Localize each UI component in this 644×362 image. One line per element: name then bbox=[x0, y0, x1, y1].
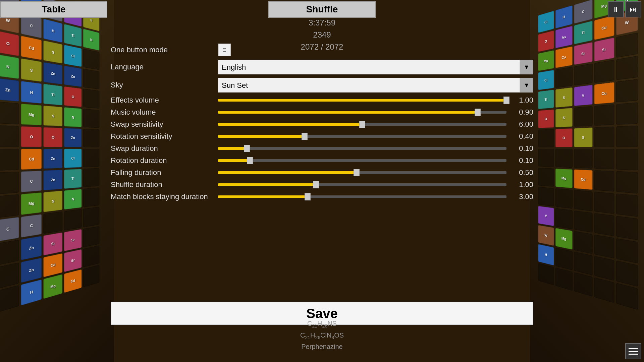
block-Tl: Tl bbox=[43, 84, 62, 106]
bg-left-panel: CHCVSWCHTlNOCdSClNSZnZnZnHTlOMgSNOOZnCdZ… bbox=[0, 0, 114, 362]
block-O: O bbox=[21, 126, 42, 147]
block-Tl: Tl bbox=[538, 89, 554, 109]
falling-duration-slider[interactable] bbox=[218, 169, 506, 177]
block-empty bbox=[538, 263, 554, 285]
block-empty bbox=[594, 235, 614, 258]
block-empty bbox=[616, 216, 638, 240]
music-volume-thumb[interactable] bbox=[475, 109, 481, 116]
falling-duration-thumb[interactable] bbox=[354, 169, 360, 176]
block-empty bbox=[616, 33, 638, 58]
music-volume-slider[interactable] bbox=[218, 108, 506, 116]
block-N: N bbox=[64, 107, 82, 127]
rotation-duration-row: Rotation duration 0.10 bbox=[111, 156, 533, 165]
rotation-sensitivity-slider[interactable] bbox=[218, 132, 506, 140]
block-empty bbox=[83, 245, 100, 267]
menu-icon bbox=[629, 348, 638, 355]
block-empty bbox=[83, 187, 100, 207]
block-empty bbox=[616, 171, 638, 194]
skip-button[interactable]: ⏭ bbox=[625, 1, 641, 17]
block-Mg: Mg bbox=[538, 50, 554, 71]
swap-duration-slider[interactable] bbox=[218, 144, 506, 153]
block-S: S bbox=[555, 87, 573, 108]
effects-volume-row: Effects volume 1.00 bbox=[111, 96, 533, 105]
effects-volume-thumb[interactable] bbox=[503, 97, 509, 104]
block-Zn: Zn bbox=[21, 258, 42, 283]
block-Cl: Cl bbox=[538, 70, 554, 90]
block-empty bbox=[594, 192, 614, 214]
music-volume-label: Music volume bbox=[111, 108, 218, 117]
shuffle-duration-value: 1.00 bbox=[506, 180, 533, 189]
block-empty bbox=[83, 168, 100, 187]
swap-sensitivity-fill bbox=[218, 123, 362, 126]
effects-volume-fill bbox=[218, 99, 506, 102]
rotation-duration-thumb[interactable] bbox=[247, 157, 253, 164]
block-empty bbox=[574, 272, 592, 297]
swap-duration-track bbox=[218, 147, 506, 150]
swap-sensitivity-thumb[interactable] bbox=[359, 121, 365, 128]
table-button[interactable]: Table bbox=[0, 1, 107, 18]
language-row: Language English Spanish French German ▼ bbox=[111, 60, 533, 74]
block-empty bbox=[538, 187, 554, 206]
block-empty bbox=[0, 172, 19, 194]
block-Cd: Cd bbox=[21, 36, 42, 60]
settings-panel: One button mode □ Language English Spani… bbox=[111, 44, 533, 204]
block-empty bbox=[574, 190, 592, 211]
match-blocks-slider[interactable] bbox=[218, 193, 506, 201]
effects-volume-slider[interactable] bbox=[218, 96, 506, 104]
block-Cu: Cu bbox=[594, 82, 614, 104]
music-volume-row: Music volume 0.90 bbox=[111, 108, 533, 117]
one-button-mode-label: One button mode bbox=[111, 46, 218, 54]
chemical-info: C21H26NS C21H26ClN3OS Perphenazine bbox=[300, 318, 344, 352]
block-Tl: Tl bbox=[574, 21, 592, 44]
one-button-mode-checkbox[interactable]: □ bbox=[218, 44, 231, 56]
swap-duration-row: Swap duration 0.10 bbox=[111, 144, 533, 153]
rotation-sensitivity-thumb[interactable] bbox=[302, 133, 308, 140]
block-empty bbox=[83, 89, 100, 109]
block-empty bbox=[594, 277, 614, 303]
block-empty bbox=[83, 69, 100, 89]
block-H: H bbox=[21, 81, 42, 104]
block-O: O bbox=[538, 109, 554, 128]
shuffle-duration-slider[interactable] bbox=[218, 181, 506, 189]
shuffle-duration-thumb[interactable] bbox=[313, 181, 319, 188]
block-Cd: Cd bbox=[43, 253, 62, 278]
pause-button[interactable]: ⏸ bbox=[608, 1, 624, 17]
shuffle-button[interactable]: Shuffle bbox=[268, 1, 376, 18]
one-button-mode-row: One button mode □ bbox=[111, 44, 533, 56]
swap-duration-thumb[interactable] bbox=[244, 145, 250, 152]
match-blocks-thumb[interactable] bbox=[305, 193, 311, 200]
block-empty bbox=[0, 102, 19, 124]
block-empty bbox=[574, 149, 592, 169]
music-volume-fill bbox=[218, 111, 478, 114]
rotation-sensitivity-value: 0.40 bbox=[506, 132, 533, 141]
block-H: H bbox=[538, 244, 554, 265]
swap-sensitivity-value: 6.00 bbox=[506, 120, 533, 129]
sky-select[interactable]: Sun Set Clear Sky Night bbox=[218, 78, 520, 93]
skip-icon: ⏭ bbox=[630, 6, 637, 13]
falling-duration-fill bbox=[218, 171, 357, 174]
block-Sr: Sr bbox=[574, 42, 592, 65]
language-dropdown-arrow[interactable]: ▼ bbox=[520, 60, 533, 74]
language-select[interactable]: English Spanish French German bbox=[218, 60, 520, 74]
block-Zn: Zn bbox=[43, 62, 62, 84]
rotation-duration-slider[interactable] bbox=[218, 157, 506, 165]
block-empty bbox=[0, 125, 19, 147]
block-V: V bbox=[538, 206, 554, 226]
block-empty bbox=[0, 262, 19, 289]
block-Zn: Zn bbox=[64, 66, 82, 87]
block-empty bbox=[555, 67, 573, 88]
block-empty bbox=[555, 248, 573, 270]
block-empty bbox=[594, 256, 614, 281]
block-O: O bbox=[64, 86, 82, 107]
block-empty bbox=[616, 260, 638, 287]
block-empty bbox=[616, 283, 638, 310]
block-Tl: Tl bbox=[64, 24, 82, 47]
swap-sensitivity-slider[interactable] bbox=[218, 120, 506, 128]
block-W: W bbox=[538, 225, 554, 246]
menu-button[interactable] bbox=[625, 343, 641, 359]
sky-dropdown-wrapper: Sun Set Clear Sky Night ▼ bbox=[218, 78, 533, 93]
block-empty bbox=[574, 231, 592, 254]
block-C: C bbox=[21, 214, 42, 238]
block-empty bbox=[574, 210, 592, 233]
sky-dropdown-arrow[interactable]: ▼ bbox=[520, 78, 533, 93]
